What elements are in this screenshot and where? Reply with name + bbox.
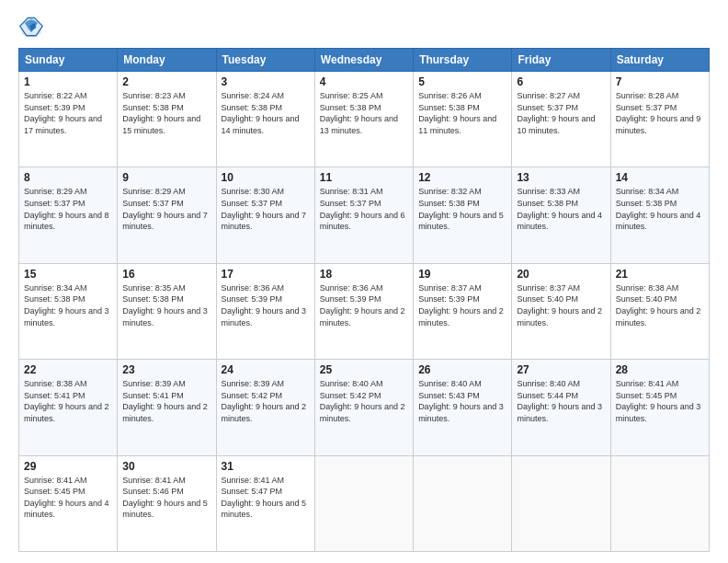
day-number: 25 bbox=[320, 363, 408, 376]
calendar-cell: 16 Sunrise: 8:35 AMSunset: 5:38 PMDaylig… bbox=[118, 263, 216, 359]
cell-info: Sunrise: 8:28 AMSunset: 5:37 PMDaylight:… bbox=[616, 91, 701, 135]
day-number: 3 bbox=[222, 75, 310, 88]
day-number: 26 bbox=[418, 363, 506, 376]
calendar-cell: 27 Sunrise: 8:40 AMSunset: 5:44 PMDaylig… bbox=[512, 360, 610, 455]
day-number: 22 bbox=[24, 363, 112, 376]
col-header-saturday: Saturday bbox=[610, 49, 709, 72]
day-number: 19 bbox=[418, 268, 506, 281]
day-number: 27 bbox=[517, 363, 605, 376]
day-number: 10 bbox=[222, 171, 310, 184]
cell-info: Sunrise: 8:29 AMSunset: 5:37 PMDaylight:… bbox=[24, 187, 109, 231]
calendar-cell: 19 Sunrise: 8:37 AMSunset: 5:39 PMDaylig… bbox=[414, 263, 512, 359]
day-number: 12 bbox=[418, 171, 506, 184]
day-number: 24 bbox=[222, 363, 310, 376]
day-number: 18 bbox=[320, 268, 408, 281]
calendar-cell bbox=[610, 455, 709, 551]
col-header-thursday: Thursday bbox=[414, 49, 512, 72]
day-number: 5 bbox=[418, 75, 506, 88]
calendar-cell: 28 Sunrise: 8:41 AMSunset: 5:45 PMDaylig… bbox=[610, 360, 709, 455]
cell-info: Sunrise: 8:33 AMSunset: 5:38 PMDaylight:… bbox=[517, 187, 602, 231]
day-number: 8 bbox=[24, 171, 112, 184]
col-header-sunday: Sunday bbox=[19, 49, 118, 72]
cell-info: Sunrise: 8:39 AMSunset: 5:41 PMDaylight:… bbox=[122, 379, 208, 423]
cell-info: Sunrise: 8:25 AMSunset: 5:38 PMDaylight:… bbox=[320, 91, 398, 135]
cell-info: Sunrise: 8:34 AMSunset: 5:38 PMDaylight:… bbox=[616, 187, 701, 231]
day-number: 16 bbox=[122, 268, 210, 281]
calendar-week-1: 1 Sunrise: 8:22 AMSunset: 5:39 PMDayligh… bbox=[19, 72, 710, 167]
cell-info: Sunrise: 8:23 AMSunset: 5:38 PMDaylight:… bbox=[122, 91, 200, 135]
calendar-cell: 8 Sunrise: 8:29 AMSunset: 5:37 PMDayligh… bbox=[19, 167, 118, 263]
calendar-cell: 30 Sunrise: 8:41 AMSunset: 5:46 PMDaylig… bbox=[118, 455, 216, 551]
cell-info: Sunrise: 8:32 AMSunset: 5:38 PMDaylight:… bbox=[418, 187, 504, 231]
day-number: 21 bbox=[616, 268, 704, 281]
calendar-cell: 25 Sunrise: 8:40 AMSunset: 5:42 PMDaylig… bbox=[314, 360, 413, 455]
calendar-cell: 24 Sunrise: 8:39 AMSunset: 5:42 PMDaylig… bbox=[216, 360, 314, 455]
calendar-week-5: 29 Sunrise: 8:41 AMSunset: 5:45 PMDaylig… bbox=[19, 455, 710, 551]
cell-info: Sunrise: 8:36 AMSunset: 5:39 PMDaylight:… bbox=[222, 283, 307, 327]
calendar-cell: 23 Sunrise: 8:39 AMSunset: 5:41 PMDaylig… bbox=[118, 360, 216, 455]
day-number: 31 bbox=[222, 460, 310, 473]
calendar-table: SundayMondayTuesdayWednesdayThursdayFrid… bbox=[18, 48, 710, 552]
calendar-cell: 6 Sunrise: 8:27 AMSunset: 5:37 PMDayligh… bbox=[512, 72, 610, 167]
cell-info: Sunrise: 8:38 AMSunset: 5:40 PMDaylight:… bbox=[616, 283, 701, 327]
calendar-cell: 10 Sunrise: 8:30 AMSunset: 5:37 PMDaylig… bbox=[216, 167, 314, 263]
cell-info: Sunrise: 8:22 AMSunset: 5:39 PMDaylight:… bbox=[24, 91, 102, 135]
col-header-tuesday: Tuesday bbox=[216, 49, 314, 72]
cell-info: Sunrise: 8:26 AMSunset: 5:38 PMDaylight:… bbox=[418, 91, 496, 135]
calendar-cell: 17 Sunrise: 8:36 AMSunset: 5:39 PMDaylig… bbox=[216, 263, 314, 359]
calendar-cell: 22 Sunrise: 8:38 AMSunset: 5:41 PMDaylig… bbox=[19, 360, 118, 455]
cell-info: Sunrise: 8:29 AMSunset: 5:37 PMDaylight:… bbox=[122, 187, 208, 231]
calendar-cell: 13 Sunrise: 8:33 AMSunset: 5:38 PMDaylig… bbox=[512, 167, 610, 263]
day-number: 7 bbox=[616, 75, 704, 88]
logo bbox=[18, 15, 48, 40]
calendar-cell: 31 Sunrise: 8:41 AMSunset: 5:47 PMDaylig… bbox=[216, 455, 314, 551]
calendar-week-4: 22 Sunrise: 8:38 AMSunset: 5:41 PMDaylig… bbox=[19, 360, 710, 455]
calendar-cell: 14 Sunrise: 8:34 AMSunset: 5:38 PMDaylig… bbox=[610, 167, 709, 263]
day-number: 23 bbox=[122, 363, 210, 376]
day-number: 20 bbox=[517, 268, 605, 281]
cell-info: Sunrise: 8:41 AMSunset: 5:45 PMDaylight:… bbox=[616, 379, 701, 423]
col-header-friday: Friday bbox=[512, 49, 610, 72]
calendar-week-2: 8 Sunrise: 8:29 AMSunset: 5:37 PMDayligh… bbox=[19, 167, 710, 263]
page: SundayMondayTuesdayWednesdayThursdayFrid… bbox=[0, 0, 728, 563]
col-header-monday: Monday bbox=[118, 49, 216, 72]
cell-info: Sunrise: 8:38 AMSunset: 5:41 PMDaylight:… bbox=[24, 379, 109, 423]
col-header-wednesday: Wednesday bbox=[314, 49, 413, 72]
day-number: 9 bbox=[122, 171, 210, 184]
day-number: 13 bbox=[517, 171, 605, 184]
cell-info: Sunrise: 8:41 AMSunset: 5:47 PMDaylight:… bbox=[222, 476, 307, 520]
calendar-cell: 15 Sunrise: 8:34 AMSunset: 5:38 PMDaylig… bbox=[19, 263, 118, 359]
logo-icon bbox=[18, 15, 44, 40]
day-number: 17 bbox=[222, 268, 310, 281]
day-number: 11 bbox=[320, 171, 408, 184]
cell-info: Sunrise: 8:41 AMSunset: 5:46 PMDaylight:… bbox=[122, 476, 208, 520]
calendar-cell: 9 Sunrise: 8:29 AMSunset: 5:37 PMDayligh… bbox=[118, 167, 216, 263]
calendar-cell bbox=[512, 455, 610, 551]
cell-info: Sunrise: 8:39 AMSunset: 5:42 PMDaylight:… bbox=[222, 379, 307, 423]
cell-info: Sunrise: 8:24 AMSunset: 5:38 PMDaylight:… bbox=[222, 91, 300, 135]
day-number: 2 bbox=[122, 75, 210, 88]
cell-info: Sunrise: 8:27 AMSunset: 5:37 PMDaylight:… bbox=[517, 91, 595, 135]
cell-info: Sunrise: 8:30 AMSunset: 5:37 PMDaylight:… bbox=[222, 187, 307, 231]
cell-info: Sunrise: 8:37 AMSunset: 5:39 PMDaylight:… bbox=[418, 283, 504, 327]
calendar-header-row: SundayMondayTuesdayWednesdayThursdayFrid… bbox=[19, 49, 710, 72]
calendar-cell: 2 Sunrise: 8:23 AMSunset: 5:38 PMDayligh… bbox=[118, 72, 216, 167]
calendar-cell bbox=[414, 455, 512, 551]
cell-info: Sunrise: 8:40 AMSunset: 5:42 PMDaylight:… bbox=[320, 379, 405, 423]
calendar-cell: 29 Sunrise: 8:41 AMSunset: 5:45 PMDaylig… bbox=[19, 455, 118, 551]
day-number: 29 bbox=[24, 460, 112, 473]
calendar-cell: 1 Sunrise: 8:22 AMSunset: 5:39 PMDayligh… bbox=[19, 72, 118, 167]
cell-info: Sunrise: 8:40 AMSunset: 5:43 PMDaylight:… bbox=[418, 379, 504, 423]
calendar-cell: 12 Sunrise: 8:32 AMSunset: 5:38 PMDaylig… bbox=[414, 167, 512, 263]
day-number: 14 bbox=[616, 171, 704, 184]
calendar-cell: 3 Sunrise: 8:24 AMSunset: 5:38 PMDayligh… bbox=[216, 72, 314, 167]
cell-info: Sunrise: 8:31 AMSunset: 5:37 PMDaylight:… bbox=[320, 187, 405, 231]
calendar-cell: 7 Sunrise: 8:28 AMSunset: 5:37 PMDayligh… bbox=[610, 72, 709, 167]
day-number: 1 bbox=[24, 75, 112, 88]
header bbox=[18, 15, 710, 40]
calendar-cell: 20 Sunrise: 8:37 AMSunset: 5:40 PMDaylig… bbox=[512, 263, 610, 359]
cell-info: Sunrise: 8:36 AMSunset: 5:39 PMDaylight:… bbox=[320, 283, 405, 327]
day-number: 6 bbox=[517, 75, 605, 88]
calendar-week-3: 15 Sunrise: 8:34 AMSunset: 5:38 PMDaylig… bbox=[19, 263, 710, 359]
day-number: 15 bbox=[24, 268, 112, 281]
